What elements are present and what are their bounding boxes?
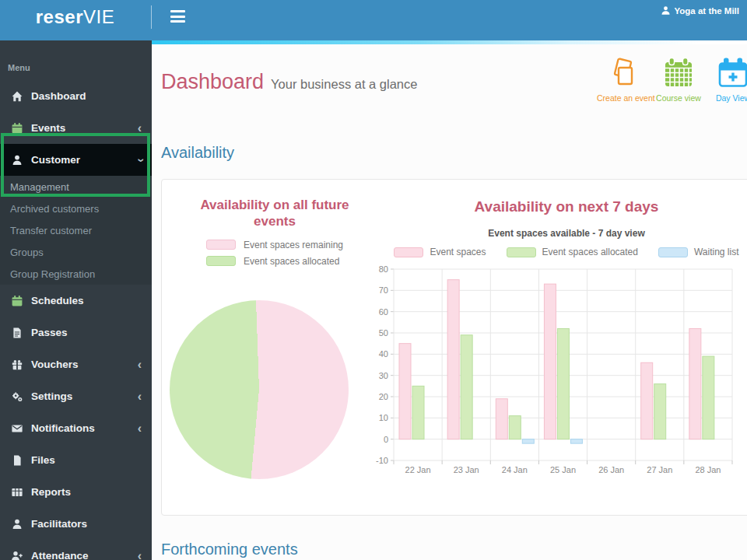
course-view-button[interactable]: Course view xyxy=(651,56,706,103)
sidebar-item-schedules[interactable]: Schedules xyxy=(0,285,152,317)
user-name: Yoga at the Mill xyxy=(675,6,740,16)
forthcoming-section-title: Forthcoming events xyxy=(161,541,298,558)
sidebar-item-groups[interactable]: Groups xyxy=(0,241,152,263)
svg-text:10: 10 xyxy=(379,413,388,422)
sidebar-item-management[interactable]: Management xyxy=(0,176,152,198)
sidebar-item-events[interactable]: Events‹ xyxy=(0,112,152,144)
person-plus-icon xyxy=(11,550,24,560)
sidebar-item-files[interactable]: Files xyxy=(0,444,152,476)
sidebar-item-dashboard[interactable]: Dashboard xyxy=(0,80,152,112)
sidebar-item-label: Files xyxy=(31,454,55,466)
sidebar-item-label: Customer xyxy=(31,154,80,166)
legend-entry: Event spaces allocated xyxy=(206,256,343,267)
page-title: Dashboard xyxy=(161,70,264,94)
chevron-left-icon: ‹ xyxy=(138,422,142,435)
availability-section-title: Availability xyxy=(161,144,234,162)
sidebar-item-notifications[interactable]: Notifications‹ xyxy=(0,412,152,444)
page-subtitle: Your business at a glance xyxy=(271,77,417,92)
legend-entry: Waiting list xyxy=(658,247,739,257)
app-logo[interactable]: reserVIE xyxy=(0,0,150,34)
users-icon xyxy=(11,154,24,166)
sidebar-item-label: Dashboard xyxy=(31,90,86,102)
legend-swatch xyxy=(658,247,688,257)
sidebar-item-label: Facilitators xyxy=(31,518,87,530)
chevron-left-icon: ‹ xyxy=(138,359,142,371)
calendar-icon xyxy=(11,122,24,135)
envelope-icon xyxy=(11,422,24,435)
gift-icon xyxy=(11,359,24,371)
pie-chart-legend: Event spaces remainingEvent spaces alloc… xyxy=(206,240,343,267)
sidebar-item-group-registration[interactable]: Group Registration xyxy=(0,263,152,285)
vest-icon xyxy=(11,518,24,530)
copy-icon xyxy=(597,56,651,93)
sidebar-item-label: Archived customers xyxy=(10,203,99,215)
header-actions: Create an eventCourse viewDay View xyxy=(597,56,747,103)
svg-text:60: 60 xyxy=(379,307,388,317)
svg-text:24 Jan: 24 Jan xyxy=(502,465,528,474)
svg-text:20: 20 xyxy=(379,392,388,401)
sidebar-item-reports[interactable]: Reports xyxy=(0,476,152,508)
svg-text:27 Jan: 27 Jan xyxy=(647,465,672,474)
sidebar: Menu DashboardEvents‹Customer‹Management… xyxy=(0,40,152,560)
user-account-menu[interactable]: Yoga at the Mill xyxy=(661,5,740,16)
svg-text:40: 40 xyxy=(379,349,388,359)
sidebar-item-customer[interactable]: Customer‹ xyxy=(0,144,152,176)
bar-chart-legend: Event spacesEvent spaces allocatedWaitin… xyxy=(372,247,747,257)
bar-chart-title: Availability on next 7 days xyxy=(395,198,738,215)
chevron-left-icon: ‹ xyxy=(138,122,142,135)
topbar-accent-strip xyxy=(152,40,747,44)
sidebar-item-label: Vouchers xyxy=(31,359,79,370)
bar-chart-block: Availability on next 7 days Event spaces… xyxy=(372,180,747,257)
pie-chart-block: Availability on all future events Event … xyxy=(162,180,388,272)
day-view-button[interactable]: Day View xyxy=(706,56,747,103)
file-icon xyxy=(11,454,24,467)
sidebar-item-passes[interactable]: Passes xyxy=(0,317,152,348)
hamburger-menu-icon[interactable] xyxy=(170,10,185,23)
bar-chart: 80706050403020100-1022 Jan23 Jan24 Jan25… xyxy=(372,257,738,479)
sidebar-item-vouchers[interactable]: Vouchers‹ xyxy=(0,348,152,380)
page-header: Dashboard Your business at a glance xyxy=(161,70,417,94)
sidebar-item-label: Group Registration xyxy=(10,268,95,280)
pass-icon xyxy=(11,327,24,339)
svg-text:23 Jan: 23 Jan xyxy=(454,465,479,474)
svg-text:26 Jan: 26 Jan xyxy=(598,465,624,474)
sidebar-item-attendance[interactable]: Attendance‹ xyxy=(0,540,152,560)
chevron-left-icon: ‹ xyxy=(138,550,142,560)
legend-label: Event spaces allocated xyxy=(244,256,339,267)
calendar-plus-icon xyxy=(706,56,747,93)
legend-entry: Event spaces xyxy=(394,247,486,257)
legend-swatch xyxy=(206,256,236,266)
legend-entry: Event spaces remaining xyxy=(206,240,343,250)
sidebar-item-label: Events xyxy=(31,122,65,134)
svg-text:28 Jan: 28 Jan xyxy=(695,465,721,474)
legend-label: Event spaces allocated xyxy=(542,247,638,257)
svg-text:22 Jan: 22 Jan xyxy=(405,465,431,474)
sidebar-item-facilitators[interactable]: Facilitators xyxy=(0,508,152,540)
sidebar-item-label: Schedules xyxy=(31,295,84,306)
reservie-dashboard-page: reserVIE Yoga at the Mill Menu Dashboard… xyxy=(0,0,747,560)
logo-light-text: VIE xyxy=(83,6,114,28)
legend-entry: Event spaces allocated xyxy=(507,247,638,257)
create-event-button[interactable]: Create an event xyxy=(597,56,651,103)
availability-panel: Availability on all future events Event … xyxy=(161,179,747,516)
svg-text:30: 30 xyxy=(379,371,388,380)
legend-label: Waiting list xyxy=(694,247,739,257)
svg-text:0: 0 xyxy=(384,435,388,444)
sidebar-item-archived-customers[interactable]: Archived customers xyxy=(0,198,152,219)
pie-chart-title: Availability on all future events xyxy=(184,197,366,230)
svg-text:80: 80 xyxy=(379,264,388,274)
sidebar-item-label: Transfer customer xyxy=(10,225,92,236)
legend-swatch xyxy=(206,240,236,250)
person-icon xyxy=(661,5,671,16)
sidebar-item-transfer-customer[interactable]: Transfer customer xyxy=(0,219,152,241)
topbar-divider xyxy=(151,5,152,29)
sidebar-menu-label: Menu xyxy=(0,40,152,80)
gears-icon xyxy=(11,390,24,403)
sidebar-item-settings[interactable]: Settings‹ xyxy=(0,380,152,412)
legend-swatch xyxy=(507,247,536,257)
legend-label: Event spaces xyxy=(430,247,486,257)
calendar-grid-icon xyxy=(651,56,706,93)
legend-label: Event spaces remaining xyxy=(244,240,343,250)
sidebar-menu: DashboardEvents‹Customer‹ManagementArchi… xyxy=(0,80,152,560)
table-icon xyxy=(11,486,24,499)
